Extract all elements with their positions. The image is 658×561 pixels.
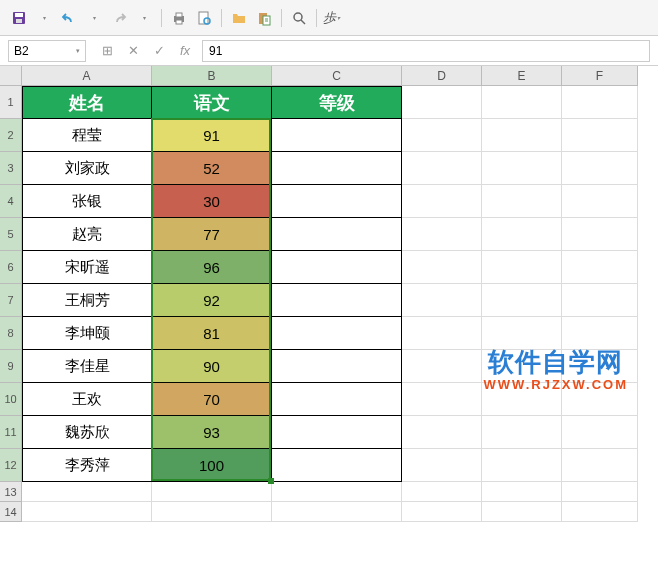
name-cell[interactable]: 李秀萍	[22, 449, 152, 482]
cell[interactable]	[482, 86, 562, 119]
open-icon[interactable]	[228, 7, 250, 29]
cell[interactable]	[562, 251, 638, 284]
cell[interactable]	[482, 383, 562, 416]
preview-icon[interactable]	[193, 7, 215, 29]
row-header-7[interactable]: 7	[0, 284, 22, 317]
save-icon[interactable]	[8, 7, 30, 29]
grade-cell[interactable]	[272, 416, 402, 449]
score-cell[interactable]: 52	[152, 152, 272, 185]
row-header-10[interactable]: 10	[0, 383, 22, 416]
col-header-A[interactable]: A	[22, 66, 152, 86]
cell[interactable]	[562, 218, 638, 251]
grade-cell[interactable]	[272, 119, 402, 152]
name-cell[interactable]: 魏苏欣	[22, 416, 152, 449]
name-cell[interactable]: 王桐芳	[22, 284, 152, 317]
cell[interactable]	[402, 119, 482, 152]
cell[interactable]	[402, 317, 482, 350]
cell[interactable]	[272, 502, 402, 522]
name-cell[interactable]: 赵亮	[22, 218, 152, 251]
score-cell[interactable]: 92	[152, 284, 272, 317]
cell[interactable]	[482, 416, 562, 449]
col-header-B[interactable]: B	[152, 66, 272, 86]
grade-cell[interactable]	[272, 383, 402, 416]
accept-icon[interactable]: ✓	[146, 40, 172, 62]
score-cell[interactable]: 96	[152, 251, 272, 284]
col-header-D[interactable]: D	[402, 66, 482, 86]
print-icon[interactable]	[168, 7, 190, 29]
grade-cell[interactable]	[272, 284, 402, 317]
cell[interactable]	[152, 502, 272, 522]
grade-cell[interactable]	[272, 317, 402, 350]
row-header-11[interactable]: 11	[0, 416, 22, 449]
row-header-2[interactable]: 2	[0, 119, 22, 152]
cell[interactable]	[482, 152, 562, 185]
name-cell[interactable]: 李佳星	[22, 350, 152, 383]
name-cell[interactable]: 张银	[22, 185, 152, 218]
cell[interactable]	[482, 502, 562, 522]
row-header-1[interactable]: 1	[0, 86, 22, 119]
name-cell[interactable]: 王欢	[22, 383, 152, 416]
grade-cell[interactable]	[272, 251, 402, 284]
grade-cell[interactable]	[272, 218, 402, 251]
score-cell[interactable]: 90	[152, 350, 272, 383]
cell[interactable]	[482, 119, 562, 152]
header-cell-1[interactable]: 语文	[152, 86, 272, 119]
select-all-corner[interactable]	[0, 66, 22, 86]
cell[interactable]	[402, 185, 482, 218]
cell[interactable]	[562, 449, 638, 482]
cell[interactable]	[402, 383, 482, 416]
col-header-C[interactable]: C	[272, 66, 402, 86]
cell[interactable]	[482, 251, 562, 284]
undo-icon[interactable]	[58, 7, 80, 29]
row-header-12[interactable]: 12	[0, 449, 22, 482]
cell[interactable]	[402, 502, 482, 522]
cell[interactable]	[22, 502, 152, 522]
col-header-E[interactable]: E	[482, 66, 562, 86]
row-header-8[interactable]: 8	[0, 317, 22, 350]
cell[interactable]	[562, 317, 638, 350]
cell[interactable]	[482, 482, 562, 502]
cell[interactable]	[562, 185, 638, 218]
name-cell[interactable]: 程莹	[22, 119, 152, 152]
cell[interactable]	[482, 350, 562, 383]
cell[interactable]	[272, 482, 402, 502]
row-header-5[interactable]: 5	[0, 218, 22, 251]
sort-icon[interactable]: 歩▾	[323, 7, 340, 29]
cell[interactable]	[22, 482, 152, 502]
cell[interactable]	[562, 86, 638, 119]
cell[interactable]	[562, 119, 638, 152]
header-cell-2[interactable]: 等级	[272, 86, 402, 119]
cell[interactable]	[152, 482, 272, 502]
cell[interactable]	[402, 218, 482, 251]
cell[interactable]	[562, 284, 638, 317]
cell[interactable]	[402, 251, 482, 284]
paste-icon[interactable]	[253, 7, 275, 29]
score-cell[interactable]: 81	[152, 317, 272, 350]
cell[interactable]	[402, 482, 482, 502]
score-cell[interactable]: 100	[152, 449, 272, 482]
redo-dropdown-icon[interactable]: ▾	[133, 7, 155, 29]
grade-cell[interactable]	[272, 350, 402, 383]
cell[interactable]	[562, 416, 638, 449]
cancel-icon[interactable]: ✕	[120, 40, 146, 62]
cell[interactable]	[482, 185, 562, 218]
grade-cell[interactable]	[272, 449, 402, 482]
undo-dropdown-icon[interactable]: ▾	[83, 7, 105, 29]
cell[interactable]	[402, 416, 482, 449]
row-header-6[interactable]: 6	[0, 251, 22, 284]
expand-icon[interactable]: ⊞	[94, 40, 120, 62]
score-cell[interactable]: 93	[152, 416, 272, 449]
cell[interactable]	[482, 218, 562, 251]
cell[interactable]	[402, 449, 482, 482]
row-header-14[interactable]: 14	[0, 502, 22, 522]
row-header-13[interactable]: 13	[0, 482, 22, 502]
score-cell[interactable]: 91	[152, 119, 272, 152]
score-cell[interactable]: 30	[152, 185, 272, 218]
cell[interactable]	[482, 449, 562, 482]
header-cell-0[interactable]: 姓名	[22, 86, 152, 119]
row-header-4[interactable]: 4	[0, 185, 22, 218]
col-header-F[interactable]: F	[562, 66, 638, 86]
fx-icon[interactable]: fx	[172, 40, 198, 62]
row-header-9[interactable]: 9	[0, 350, 22, 383]
score-cell[interactable]: 70	[152, 383, 272, 416]
